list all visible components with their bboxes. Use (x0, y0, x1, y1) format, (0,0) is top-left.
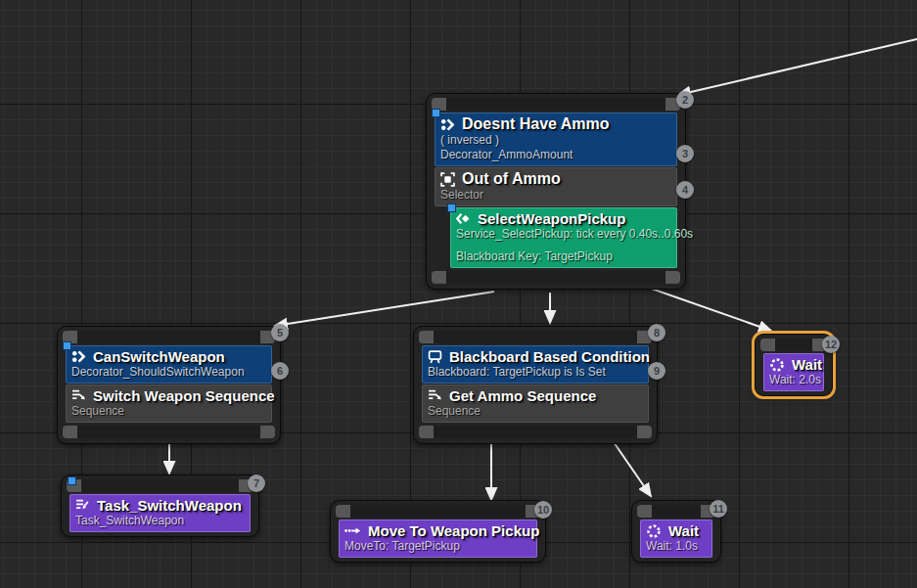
observer-marker (432, 109, 440, 117)
execution-index-badge: 5 (271, 324, 289, 341)
node-get-ammo-sequence[interactable]: Blackboard Based Condition Blackboard: T… (413, 326, 658, 444)
node-wait-1s[interactable]: Wait Wait: 1.0s 11 (631, 500, 721, 563)
task-title: Wait (792, 356, 822, 373)
parent-link-bar[interactable] (419, 331, 652, 343)
observer-marker (63, 341, 71, 350)
execution-index-badge: 3 (676, 145, 694, 162)
wait-icon (646, 523, 662, 539)
wire-root-to-switch-branch[interactable] (275, 292, 494, 326)
blackboard-icon (428, 349, 442, 364)
sequence-icon (428, 388, 442, 403)
node-task-switch-weapon[interactable]: Task_SwitchWeapon Task_SwitchWeapon 7 (61, 475, 259, 537)
execution-index-badge: 6 (271, 362, 289, 380)
execution-index-badge: 2 (676, 91, 694, 109)
task-move-to[interactable]: Move To Weapon Pickup MoveTo: TargetPick… (339, 520, 537, 558)
task-class-label: Task_SwitchWeapon (75, 514, 245, 528)
sequence-icon (71, 388, 86, 403)
execution-index-badge: 4 (676, 181, 694, 199)
composite-title: Get Ammo Sequence (449, 387, 596, 404)
decorator-condition-label: Blackboard: TargetPickup is Is Set (428, 365, 643, 380)
execution-index-badge: 10 (534, 501, 552, 519)
wait-icon (769, 357, 785, 373)
decorator-icon (71, 349, 86, 364)
decorator-inversed-label: ( inversed ) (440, 133, 671, 148)
task-switch-weapon[interactable]: Task_SwitchWeapon Task_SwitchWeapon (69, 494, 251, 532)
wire-root-to-wait-long[interactable] (646, 287, 771, 331)
decorator-can-switch-weapon[interactable]: CanSwitchWeapon Decorator_ShouldSwitchWe… (66, 345, 272, 384)
child-link-bar[interactable] (419, 426, 652, 438)
selector-icon (440, 172, 455, 187)
decorator-title: Doesnt Have Ammo (462, 115, 610, 133)
decorator-class-label: Decorator_ShouldSwitchWeapon (71, 365, 266, 380)
observer-marker (68, 476, 76, 485)
behavior-tree-graph[interactable]: Doesnt Have Ammo ( inversed ) Decorator_… (0, 0, 917, 588)
wire-ammo-to-wait-short[interactable] (612, 439, 651, 496)
execution-index-badge: 12 (822, 336, 840, 353)
node-move-to-weapon-pickup[interactable]: Move To Weapon Pickup MoveTo: TargetPick… (330, 500, 546, 563)
task-title: Move To Weapon Pickup (368, 522, 539, 539)
node-switch-weapon-sequence[interactable]: CanSwitchWeapon Decorator_ShouldSwitchWe… (57, 326, 281, 444)
task-title: Task_SwitchWeapon (97, 497, 242, 514)
parent-link-bar[interactable] (637, 505, 715, 518)
parent-link-bar[interactable] (760, 339, 827, 351)
decorator-blackboard-based-condition[interactable]: Blackboard Based Condition Blackboard: T… (422, 345, 649, 384)
composite-type-label: Sequence (428, 404, 643, 419)
task-list-icon (75, 498, 90, 513)
execution-index-badge: 8 (648, 324, 665, 341)
parent-link-bar[interactable] (432, 98, 680, 111)
node-out-of-ammo-selector[interactable]: Doesnt Have Ammo ( inversed ) Decorator_… (426, 93, 686, 290)
parent-link-bar[interactable] (336, 505, 540, 518)
wire-parent-to-root[interactable] (678, 39, 917, 95)
composite-switch-weapon-sequence[interactable]: Switch Weapon Sequence Sequence (66, 384, 272, 423)
execution-index-badge: 7 (248, 475, 265, 492)
child-link-bar[interactable] (432, 271, 680, 284)
execution-index-badge: 9 (648, 362, 665, 380)
task-target-label: MoveTo: TargetPickup (344, 539, 531, 554)
composite-type-label: Selector (440, 188, 671, 203)
child-link-bar[interactable] (63, 426, 275, 438)
observer-marker (447, 204, 456, 212)
service-icon (456, 211, 471, 226)
parent-link-bar[interactable] (67, 479, 253, 492)
decorator-doesnt-have-ammo[interactable]: Doesnt Have Ammo ( inversed ) Decorator_… (435, 113, 677, 166)
service-tick-label: Service_SelectPickup: tick every 0.40s..… (456, 227, 671, 242)
composite-title: Out of Ammo (462, 170, 561, 188)
composite-title: Switch Weapon Sequence (93, 387, 275, 404)
task-duration-label: Wait: 2.0s (769, 373, 818, 387)
composite-out-of-ammo[interactable]: Out of Ammo Selector (435, 167, 677, 206)
task-wait-2s[interactable]: Wait Wait: 2.0s (763, 353, 824, 391)
composite-type-label: Sequence (71, 404, 266, 419)
decorator-title: Blackboard Based Condition (449, 348, 650, 365)
move-to-icon (344, 525, 361, 536)
task-title: Wait (668, 522, 699, 539)
service-select-weapon-pickup[interactable]: SelectWeaponPickup Service_SelectPickup:… (450, 207, 677, 268)
decorator-title: CanSwitchWeapon (93, 348, 225, 365)
composite-get-ammo-sequence[interactable]: Get Ammo Sequence Sequence (422, 384, 649, 423)
parent-link-bar[interactable] (63, 331, 275, 343)
execution-index-badge: 11 (710, 500, 727, 518)
service-blackboard-key-label: Blackboard Key: TargetPickup (456, 249, 671, 264)
task-wait-1s[interactable]: Wait Wait: 1.0s (640, 520, 712, 558)
task-duration-label: Wait: 1.0s (646, 539, 707, 554)
decorator-icon (440, 117, 455, 132)
service-title: SelectWeaponPickup (478, 210, 625, 227)
decorator-class-label: Decorator_AmmoAmount (440, 148, 671, 162)
node-wait-2s[interactable]: Wait Wait: 2.0s 12 (755, 334, 833, 396)
